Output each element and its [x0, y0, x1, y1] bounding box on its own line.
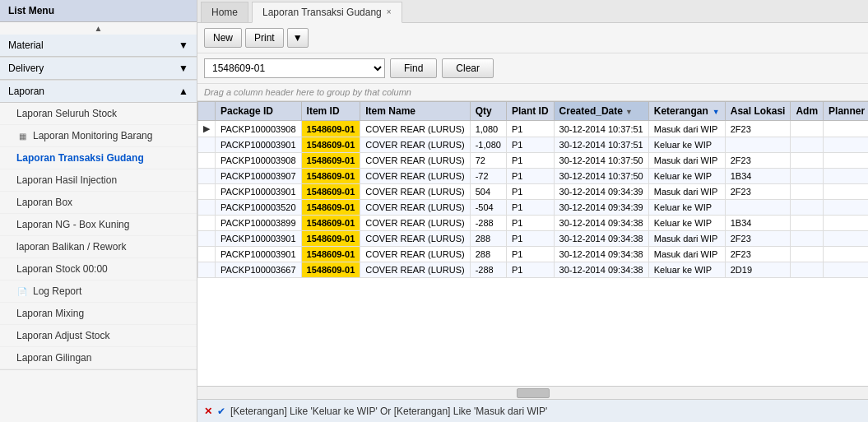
toolbar: New Print ▼ [197, 23, 868, 53]
sidebar-group-delivery-chevron: ▼ [179, 63, 188, 74]
item-id-cell[interactable]: 1548609-01 [301, 153, 360, 169]
package-id-cell: PACKP100003907 [216, 169, 302, 184]
item-name-cell: COVER REAR (LURUS) [360, 200, 470, 216]
table-area: Drag a column header here to group by th… [197, 84, 868, 386]
sidebar-collapse-btn[interactable]: ▲ [0, 22, 197, 35]
filter-check-icon[interactable]: ✔ [217, 406, 225, 417]
plant-id-cell: P1 [506, 184, 554, 200]
table-row[interactable]: PACKP1000039011548609-01COVER REAR (LURU… [198, 137, 869, 153]
planner-cell [824, 200, 868, 216]
table-row[interactable]: PACKP1000039011548609-01COVER REAR (LURU… [198, 247, 869, 262]
planner-cell [824, 262, 868, 278]
row-arrow-cell [198, 200, 216, 216]
planner-cell [824, 121, 868, 137]
sidebar-item-laporan-hasil-injection[interactable]: Laporan Hasil Injection [0, 169, 197, 192]
adm-cell [791, 247, 824, 262]
table-row[interactable]: PACKP1000039081548609-01COVER REAR (LURU… [198, 153, 869, 169]
qty-cell: 504 [470, 184, 506, 200]
sidebar-item-laporan-box[interactable]: Laporan Box [0, 192, 197, 214]
row-arrow-cell [198, 216, 216, 231]
item-id-cell[interactable]: 1548609-01 [301, 231, 360, 247]
adm-cell [791, 121, 824, 137]
clear-button[interactable]: Clear [442, 58, 494, 78]
plant-id-cell: P1 [506, 262, 554, 278]
col-item-name[interactable]: Item Name [360, 102, 470, 121]
col-created-date[interactable]: Created_Date ▼ [554, 102, 648, 121]
row-arrow-cell [198, 184, 216, 200]
tab-laporan-transaksi[interactable]: Laporan Transaksi Gudang × [252, 2, 402, 23]
col-planner[interactable]: Planner [824, 102, 868, 121]
find-button[interactable]: Find [390, 58, 437, 78]
item-id-cell[interactable]: 1548609-01 [301, 121, 360, 137]
created-date-cell: 30-12-2014 09:34:38 [554, 247, 648, 262]
sidebar-item-laporan-transaksi-gudang[interactable]: Laporan Transaksi Gudang [0, 147, 197, 169]
table-row[interactable]: ▶PACKP1000039081548609-01COVER REAR (LUR… [198, 121, 869, 137]
tab-home[interactable]: Home [201, 2, 248, 22]
tab-close-icon[interactable]: × [387, 7, 392, 16]
scrollbar-thumb[interactable] [517, 388, 550, 398]
row-arrow-cell [198, 137, 216, 153]
item-id-cell[interactable]: 1548609-01 [301, 200, 360, 216]
qty-cell: 72 [470, 153, 506, 169]
filter-bar: 1548609-01 Find Clear [197, 53, 868, 84]
col-package-id[interactable]: Package ID [216, 102, 302, 121]
adm-cell [791, 200, 824, 216]
sidebar-item-laporan-monitoring-barang[interactable]: ▦ Laporan Monitoring Barang [0, 125, 197, 147]
col-qty[interactable]: Qty [470, 102, 506, 121]
sidebar-group-laporan-chevron: ▲ [179, 86, 188, 97]
col-keterangan[interactable]: Keterangan ▼ [648, 102, 725, 121]
plant-id-cell: P1 [506, 121, 554, 137]
sidebar-item-laporan-gilingan[interactable]: Laporan Gilingan [0, 347, 197, 369]
asal-lokasi-cell [725, 137, 791, 153]
table-row[interactable]: PACKP1000038991548609-01COVER REAR (LURU… [198, 216, 869, 231]
horizontal-scrollbar[interactable] [197, 386, 868, 399]
sidebar-item-laporan-ng-box-kuning[interactable]: Laporan NG - Box Kuning [0, 214, 197, 236]
print-dropdown-button[interactable]: ▼ [287, 28, 309, 48]
keterangan-cell: Keluar ke WIP [648, 169, 725, 184]
sidebar-item-log-report[interactable]: 📄 Log Report [0, 281, 197, 303]
row-arrow-cell [198, 169, 216, 184]
item-id-cell[interactable]: 1548609-01 [301, 247, 360, 262]
table-row[interactable]: PACKP1000039011548609-01COVER REAR (LURU… [198, 231, 869, 247]
item-id-cell[interactable]: 1548609-01 [301, 137, 360, 153]
sidebar-title: List Menu [0, 0, 197, 22]
sidebar-item-laporan-seluruh-stock[interactable]: Laporan Seluruh Stock [0, 103, 197, 125]
sidebar-item-laporan-mixing[interactable]: Laporan Mixing [0, 303, 197, 325]
package-id-cell: PACKP100003901 [216, 231, 302, 247]
item-id-cell[interactable]: 1548609-01 [301, 262, 360, 278]
table-row[interactable]: PACKP1000039071548609-01COVER REAR (LURU… [198, 169, 869, 184]
item-name-cell: COVER REAR (LURUS) [360, 247, 470, 262]
item-name-cell: COVER REAR (LURUS) [360, 216, 470, 231]
planner-cell [824, 231, 868, 247]
table-row[interactable]: PACKP1000035201548609-01COVER REAR (LURU… [198, 200, 869, 216]
filter-select[interactable]: 1548609-01 [204, 58, 385, 78]
new-button[interactable]: New [204, 28, 242, 48]
sidebar-group-material-header[interactable]: Material ▼ [0, 35, 197, 57]
table-row[interactable]: PACKP1000039011548609-01COVER REAR (LURU… [198, 184, 869, 200]
table-row[interactable]: PACKP1000036671548609-01COVER REAR (LURU… [198, 262, 869, 278]
keterangan-cell: Masuk dari WIP [648, 153, 725, 169]
sidebar: List Menu ▲ Material ▼ Delivery ▼ Lapora… [0, 0, 197, 422]
asal-lokasi-cell: 2F23 [725, 153, 791, 169]
tab-bar: Home Laporan Transaksi Gudang × [197, 0, 868, 23]
filter-expression: [Keterangan] Like 'Keluar ke WIP' Or [Ke… [230, 406, 547, 417]
sidebar-item-laporan-adjust-stock[interactable]: Laporan Adjust Stock [0, 325, 197, 347]
sidebar-group-laporan-header[interactable]: Laporan ▲ [0, 81, 197, 103]
planner-cell [824, 216, 868, 231]
col-adm[interactable]: Adm [791, 102, 824, 121]
sort-icon: ▼ [625, 108, 633, 116]
col-item-id[interactable]: Item ID [301, 102, 360, 121]
print-button[interactable]: Print [245, 28, 284, 48]
col-asal-lokasi[interactable]: Asal Lokasi [725, 102, 791, 121]
col-plant-id[interactable]: Plant ID [506, 102, 554, 121]
sidebar-item-laporan-balikan-rework[interactable]: laporan Balikan / Rework [0, 236, 197, 258]
sidebar-item-laporan-stock[interactable]: Laporan Stock 00:00 [0, 258, 197, 281]
item-id-cell[interactable]: 1548609-01 [301, 184, 360, 200]
dropdown-arrow-icon: ▼ [293, 32, 303, 44]
sidebar-group-laporan: Laporan ▲ Laporan Seluruh Stock ▦ Lapora… [0, 81, 197, 370]
item-id-cell[interactable]: 1548609-01 [301, 216, 360, 231]
sidebar-group-delivery-header[interactable]: Delivery ▼ [0, 58, 197, 80]
item-id-cell[interactable]: 1548609-01 [301, 169, 360, 184]
filter-remove-icon[interactable]: ✕ [204, 406, 212, 417]
qty-cell: 288 [470, 231, 506, 247]
